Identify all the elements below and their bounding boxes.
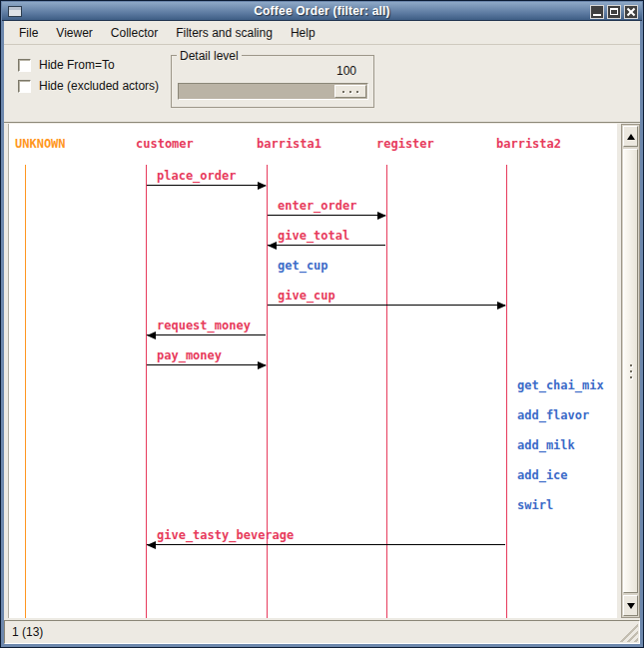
message-arrow-pay-money <box>147 364 266 365</box>
window-title: Coffee Order (filter: all) <box>2 4 642 18</box>
message-arrow-request-money <box>147 334 266 335</box>
lifeline-barrista2 <box>506 165 507 618</box>
grip-dot-icon <box>630 376 632 378</box>
scroll-down-button[interactable] <box>623 595 638 616</box>
toolbar: Hide From=To Hide (excluded actors) Deta… <box>4 46 640 122</box>
menu-item-help[interactable]: Help <box>282 22 324 44</box>
app-window: Coffee Order (filter: all) FileViewerCol… <box>0 0 644 648</box>
titlebar[interactable]: Coffee Order (filter: all) <box>2 2 642 21</box>
main-area: UNKNOWNcustomerbarrista1registerbarrista… <box>4 122 640 619</box>
actor-label-register[interactable]: register <box>376 137 434 151</box>
actor-label-barrista1[interactable]: barrista1 <box>257 137 322 151</box>
scrollbar-thumb[interactable] <box>623 149 638 593</box>
menu-item-file[interactable]: File <box>10 22 47 44</box>
actor-label-barrista2[interactable]: barrista2 <box>496 137 561 151</box>
lifeline-barrista1 <box>267 165 268 618</box>
lifeline-customer <box>146 165 147 618</box>
arrowhead-icon <box>147 541 156 549</box>
hide-from-to-checkbox[interactable] <box>18 59 31 72</box>
detail-level-label: Detail level <box>177 49 242 63</box>
event-label-swirl[interactable]: swirl <box>517 498 553 512</box>
titlebar-buttons <box>590 5 638 19</box>
lifeline-register <box>386 165 387 618</box>
hide-excluded-actors-checkbox[interactable] <box>18 80 31 93</box>
event-label-give-cup[interactable]: give_cup <box>278 289 335 303</box>
detail-level-value: 100 <box>336 64 356 78</box>
actor-label-unknown[interactable]: UNKNOWN <box>15 137 66 151</box>
event-label-add-ice[interactable]: add_ice <box>517 468 568 482</box>
grip-dot-icon <box>630 370 632 372</box>
arrowhead-icon <box>497 302 506 310</box>
minimize-icon[interactable] <box>590 5 604 19</box>
maximize-icon[interactable] <box>607 5 621 19</box>
hide-excluded-actors-row[interactable]: Hide (excluded actors) <box>18 79 159 93</box>
event-label-enter-order[interactable]: enter_order <box>278 199 356 213</box>
statusbar: 1 (13) <box>4 620 640 644</box>
window-icon[interactable] <box>8 6 22 17</box>
hide-excluded-actors-label[interactable]: Hide (excluded actors) <box>39 79 159 93</box>
window-body: FileViewerCollectorFilters and scalingHe… <box>4 21 640 644</box>
message-arrow-place-order <box>147 185 266 186</box>
detail-level-groupbox: Detail level 100 <box>171 55 374 108</box>
detail-level-slider-handle[interactable] <box>334 85 366 98</box>
grip-dot-icon <box>356 91 358 93</box>
grip-dot-icon <box>349 91 351 93</box>
menu-item-filters-and-scaling[interactable]: Filters and scaling <box>167 22 282 44</box>
event-label-give-total[interactable]: give_total <box>278 229 349 243</box>
close-icon[interactable] <box>624 5 638 19</box>
arrowhead-icon <box>258 361 267 369</box>
event-label-pay-money[interactable]: pay_money <box>157 348 222 362</box>
message-arrow-enter-order <box>268 215 385 216</box>
arrowhead-icon <box>258 182 267 190</box>
message-arrow-give-tasty-beverage <box>147 544 505 545</box>
detail-level-slider[interactable] <box>178 83 368 100</box>
scroll-up-button[interactable] <box>623 126 638 147</box>
arrowhead-icon <box>147 331 156 339</box>
actor-label-customer[interactable]: customer <box>136 137 194 151</box>
hide-from-to-row[interactable]: Hide From=To <box>18 58 115 72</box>
menubar: FileViewerCollectorFilters and scalingHe… <box>4 21 640 45</box>
status-text: 1 (13) <box>12 625 43 639</box>
vertical-scrollbar[interactable] <box>621 124 640 618</box>
event-label-add-flavor[interactable]: add_flavor <box>517 408 589 422</box>
arrowhead-icon <box>268 242 277 250</box>
lifeline-unknown <box>25 165 26 618</box>
event-label-request-money[interactable]: request_money <box>157 319 251 332</box>
menu-item-collector[interactable]: Collector <box>102 22 167 44</box>
message-arrow-give-total <box>268 245 385 246</box>
grip-dot-icon <box>630 364 632 366</box>
menu-item-viewer[interactable]: Viewer <box>47 22 101 44</box>
arrow-down-icon <box>627 603 635 609</box>
arrowhead-icon <box>377 212 386 220</box>
hide-from-to-label[interactable]: Hide From=To <box>39 58 115 72</box>
event-label-add-milk[interactable]: add_milk <box>517 438 575 452</box>
event-label-give-tasty-beverage[interactable]: give_tasty_beverage <box>157 528 294 542</box>
resize-grip[interactable] <box>616 620 638 642</box>
grip-dot-icon <box>342 91 344 93</box>
sequence-canvas[interactable]: UNKNOWNcustomerbarrista1registerbarrista… <box>8 124 617 618</box>
event-label-place-order[interactable]: place_order <box>157 169 236 183</box>
message-arrow-give-cup <box>268 305 505 306</box>
event-label-get-cup[interactable]: get_cup <box>278 259 328 273</box>
arrow-up-icon <box>627 134 635 140</box>
event-label-get-chai-mix[interactable]: get_chai_mix <box>517 378 604 392</box>
